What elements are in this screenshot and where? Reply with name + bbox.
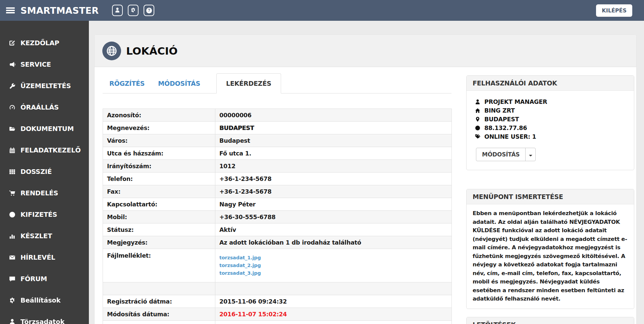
file-attachment-link[interactable]: torzsadat_2.jpg — [219, 262, 447, 269]
field-value: +36-1-234-5678 — [215, 173, 452, 185]
bullhorn-icon — [8, 61, 16, 68]
sidebar-item-label: Törzsadatok — [20, 318, 64, 324]
modify-dropdown-toggle[interactable] — [526, 148, 535, 161]
sidebar-item-feladatkezelo[interactable]: FELADATKEZELŐ — [0, 139, 89, 161]
field-label: Kapcsolattartó: — [103, 198, 215, 211]
tab-modositas[interactable]: MÓDOSÍTÁS — [151, 73, 207, 93]
field-label: Fax: — [103, 185, 215, 198]
sidebar-item-hirlevel[interactable]: HÍRLEVÉL — [0, 247, 89, 268]
sidebar-item-uzemeltetes[interactable]: ÜZEMELTETÉS — [0, 75, 89, 96]
user-icon — [8, 319, 16, 324]
sidebar-item-dosszie[interactable]: DOSSZIÉ — [0, 161, 89, 182]
field-value: 2016-11-07 15:02:24 — [215, 308, 452, 321]
location-details-table: Azonosító: 00000006 Megnevezés: BUDAPEST… — [103, 109, 452, 324]
sidebar-item-label: ÜZEMELTETÉS — [20, 82, 71, 90]
table-row-empty — [103, 282, 452, 295]
user-data-panel: FELHASZNÁLÓI ADATOK PROJEKT MANAGER BING… — [466, 75, 634, 170]
modify-split-button: MÓDOSÍTÁS — [476, 148, 536, 161]
field-label: Fájlmelléklet: — [103, 249, 215, 282]
sidebar-item-service[interactable]: SERVICE — [0, 54, 89, 75]
field-label: Telefon: — [103, 173, 215, 185]
table-row: Módosítás dátuma: 2016-11-07 15:02:24 — [103, 308, 452, 321]
field-value: 1012 — [215, 160, 452, 173]
empty-cell — [215, 282, 452, 295]
field-label: Státusz: — [103, 223, 215, 236]
map-pin-icon — [475, 117, 480, 122]
user-info-line: ONLINE USER: 1 — [475, 132, 626, 141]
tab-label: LEKÉRDEZÉS — [226, 80, 271, 87]
field-value: Budapest — [215, 134, 452, 147]
user-info-text: BUDAPEST — [484, 116, 519, 123]
sidebar-item-forum[interactable]: FÓRUM — [0, 268, 89, 289]
help-button[interactable] — [144, 5, 154, 16]
field-label: Azonosító: — [103, 109, 215, 122]
field-value: +36-30-555-6788 — [215, 211, 452, 223]
table-row: Telefon: +36-1-234-5678 — [103, 173, 452, 185]
sidebar-item-torzsadatok[interactable]: Törzsadatok — [0, 311, 89, 324]
caret-down-icon — [529, 151, 532, 158]
question-icon — [146, 8, 152, 13]
menu-description-title: MENÜPONT ISMERTETÉSE — [467, 189, 634, 204]
table-row: Utca és házszám: Fő utca 1. — [103, 147, 452, 160]
file-attachment-link[interactable]: torzsadat_1.jpg — [219, 254, 447, 261]
field-value: BUDAPEST — [215, 122, 452, 134]
globe-icon — [475, 125, 480, 131]
sidebar-item-rendeles[interactable]: RENDELÉS — [0, 182, 89, 204]
field-label: Mobil: — [103, 211, 215, 223]
gear-icon — [8, 297, 16, 304]
downloads-title: LETÖLTÉSEK — [467, 317, 634, 324]
sidebar-item-label: RENDELÉS — [20, 189, 58, 197]
page-card: LOKÁCIÓ RÖGZÍTÉS MÓDOSÍTÁS LEKÉRDEZÉS — [94, 35, 637, 324]
content-area: LOKÁCIÓ RÖGZÍTÉS MÓDOSÍTÁS LEKÉRDEZÉS — [89, 21, 644, 324]
tab-label: RÖGZÍTÉS — [109, 80, 145, 87]
sidebar-item-dokumentum[interactable]: DOKUMENTUM — [0, 118, 89, 139]
menu-toggle-icon[interactable] — [6, 6, 15, 15]
home-icon — [475, 108, 480, 113]
tab-label: MÓDOSÍTÁS — [158, 80, 200, 87]
sidebar-item-label: KÉSZLET — [20, 232, 52, 240]
sidebar-item-label: FELADATKEZELŐ — [20, 146, 81, 154]
tab-lekerdezes[interactable]: LEKÉRDEZÉS — [216, 73, 281, 93]
user-data-panel-title: FELHASZNÁLÓI ADATOK — [467, 76, 634, 91]
field-label: Megnevezés: — [103, 122, 215, 134]
user-info-line: BUDAPEST — [475, 115, 626, 124]
page-header: LOKÁCIÓ — [95, 35, 636, 67]
field-label: Utca és házszám: — [103, 147, 215, 160]
folder-open-icon — [8, 126, 16, 132]
comment-icon — [8, 276, 16, 282]
user-info-line: BING ZRT — [475, 106, 626, 115]
table-row: Módosította: FACILITY MANAGER — [103, 321, 452, 324]
table-row-files: Fájlmelléklet: torzsadat_1.jpgtorzsadat_… — [103, 249, 452, 282]
modify-button[interactable]: MÓDOSÍTÁS — [476, 148, 526, 161]
topbar-button-group — [112, 5, 154, 16]
sidebar-item-label: DOSSZIÉ — [20, 168, 52, 176]
menu-description-panel: MENÜPONT ISMERTETÉSE Ebben a menüpontban… — [466, 189, 634, 309]
sidebar-item-keszlet[interactable]: KÉSZLET — [0, 225, 89, 247]
sidebar-item-beallitasok[interactable]: Beállítások — [0, 289, 89, 311]
sidebar-item-label: KEZDŐLAP — [20, 39, 59, 47]
file-attachment-link[interactable]: torzsadat_3.jpg — [219, 270, 447, 277]
settings-button[interactable] — [128, 5, 139, 16]
field-value: Aktív — [215, 223, 452, 236]
empty-cell — [103, 282, 215, 295]
tab-rogzites[interactable]: RÖGZÍTÉS — [103, 73, 151, 93]
logout-button[interactable]: KILÉPÉS — [596, 4, 632, 17]
envelope-icon — [8, 254, 16, 261]
bar-chart-icon — [8, 233, 16, 239]
table-row: Azonosító: 00000006 — [103, 109, 452, 122]
field-label: Módosította: — [103, 321, 215, 324]
user-icon — [475, 99, 480, 105]
tags-icon — [475, 134, 480, 139]
right-column: FELHASZNÁLÓI ADATOK PROJEKT MANAGER BING… — [466, 75, 634, 324]
sidebar-item-kezdolap[interactable]: KEZDŐLAP — [0, 32, 89, 54]
sidebar-item-kifizetes[interactable]: KIFIZETÉS — [0, 204, 89, 225]
field-label: Város: — [103, 134, 215, 147]
user-info-line: PROJEKT MANAGER — [475, 98, 626, 106]
user-menu-button[interactable] — [112, 5, 123, 16]
user-data-panel-body: PROJEKT MANAGER BING ZRT BUDAPEST 88.1 — [467, 91, 634, 170]
sidebar-item-label: Beállítások — [20, 297, 61, 304]
field-label: Irányítószám: — [103, 160, 215, 173]
sidebar-item-label: DOKUMENTUM — [20, 125, 74, 133]
field-value: Az adott lokációban 1 db irodaház találh… — [215, 236, 452, 249]
sidebar-item-oraallas[interactable]: ÓRAÁLLÁS — [0, 96, 89, 118]
